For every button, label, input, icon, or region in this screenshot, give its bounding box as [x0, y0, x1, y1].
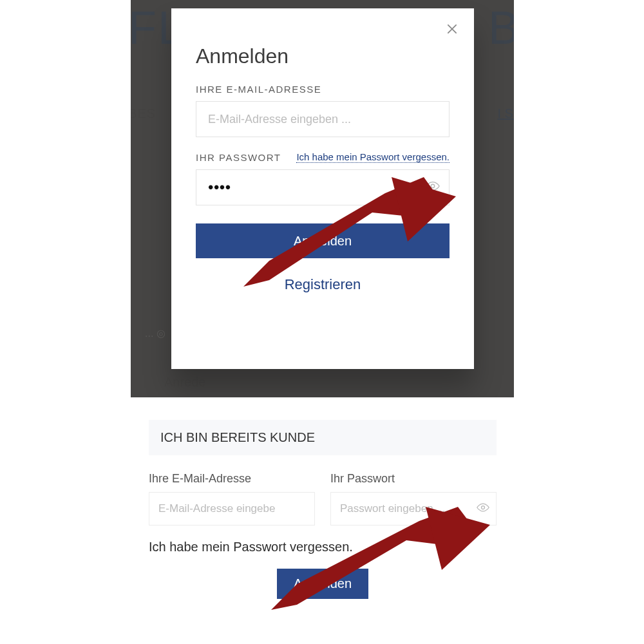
register-link[interactable]: Registrieren	[196, 276, 450, 293]
top-screenshot-area: FL B BES I SII ... ◎ Anrede Anmelden IHR…	[131, 0, 514, 397]
modal-title: Anmelden	[196, 44, 450, 68]
lower-email-field-wrap	[149, 492, 315, 526]
lower-email-input[interactable]	[149, 493, 314, 525]
email-label: IHRE E-MAIL-ADRESSE	[196, 84, 450, 95]
close-icon[interactable]	[446, 23, 461, 38]
forgot-password-link[interactable]: Ich habe mein Passwort vergessen.	[296, 151, 450, 163]
login-modal: Anmelden IHRE E-MAIL-ADRESSE IHR PASSWOR…	[171, 8, 474, 369]
password-value: ••••	[208, 178, 231, 196]
existing-customer-section: ICH BIN BEREITS KUNDE Ihre E-Mail-Adress…	[149, 420, 497, 599]
eye-icon[interactable]	[426, 179, 440, 196]
section-heading: ICH BIN BEREITS KUNDE	[149, 420, 497, 455]
password-label: IHR PASSWORT	[196, 152, 281, 163]
lower-forgot-password[interactable]: Ich habe mein Passwort vergessen.	[149, 540, 497, 554]
eye-icon[interactable]	[477, 501, 489, 516]
email-input[interactable]	[196, 102, 449, 137]
email-field-wrap	[196, 101, 450, 137]
password-field-wrap: ••••	[196, 169, 450, 205]
lower-email-label: Ihre E-Mail-Adresse	[149, 472, 315, 486]
svg-point-3	[482, 506, 485, 509]
lower-login-button[interactable]: Anmelden	[277, 569, 368, 599]
lower-password-input[interactable]	[331, 493, 496, 525]
lower-password-field-wrap	[330, 492, 497, 526]
lower-password-label: Ihr Passwort	[330, 472, 497, 486]
svg-point-0	[431, 184, 435, 188]
login-button[interactable]: Anmelden	[196, 223, 450, 258]
password-input[interactable]	[196, 170, 449, 205]
